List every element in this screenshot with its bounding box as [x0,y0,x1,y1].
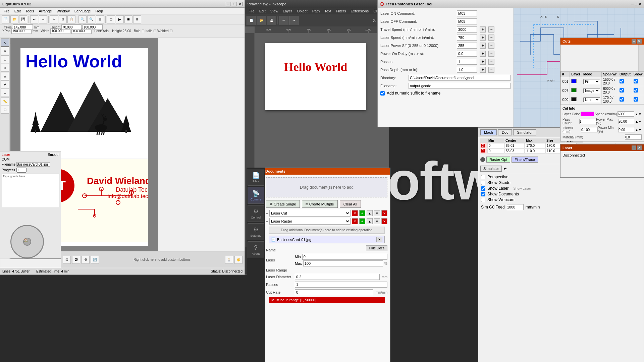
menu-edit[interactable]: Edit [12,9,23,13]
op2-close[interactable]: ✕ [381,218,387,224]
tool-zoom-fit[interactable]: ⊞ [96,15,104,23]
pass-depth-minus[interactable]: − [488,67,494,73]
tech-close[interactable]: ✕ [639,2,642,6]
op2-down[interactable]: ▼ [374,218,380,224]
ink-menu-file[interactable]: File [247,9,257,13]
show-c00[interactable] [634,97,638,102]
laser-max-input[interactable] [303,260,383,266]
hide-docs-button[interactable]: Hide Docs [366,245,387,251]
ink-tb-5[interactable]: ↪ [289,16,299,25]
drag-drop-area[interactable]: Drag document(s) here to add [266,177,387,197]
laser-power-minus[interactable]: − [488,43,494,49]
laser-power-plus[interactable]: + [480,43,486,49]
travel-speed-input[interactable] [457,26,477,33]
output-c01[interactable] [620,79,624,83]
menu-language[interactable]: Language [72,9,93,13]
height-input2[interactable] [83,24,103,30]
output-c00[interactable] [620,97,624,102]
ink-tb-2[interactable]: 📂 [257,16,266,25]
directory-input[interactable] [409,75,511,81]
interval-input[interactable] [581,127,598,132]
ink-tb-4[interactable]: ↩ [279,16,288,25]
simulator-button[interactable]: Simulator [480,166,502,172]
plugin-icon-settings[interactable]: ⚙ Settings [248,223,264,240]
tool-pause[interactable]: ⏸ [133,15,141,23]
op2-up[interactable]: ▲ [367,218,373,224]
tool-measure[interactable]: 📏 [1,97,9,105]
tool-trace[interactable]: ⊡ [1,106,9,114]
tool-frame[interactable]: ⊡ [107,15,115,23]
show-documents-checkbox[interactable] [481,192,485,196]
material-input[interactable] [625,134,642,140]
create-single-button[interactable]: ⧉ Create Single [266,200,300,208]
clear-all-button[interactable]: Clear All [340,200,361,208]
tool-pencil[interactable]: ✏ [1,47,9,55]
show-c07[interactable] [634,88,638,93]
laser-power-input[interactable] [457,43,477,49]
op1-down[interactable]: ▼ [374,210,380,216]
bottom-hand-btn[interactable]: 🖐 [234,256,243,264]
laser-diameter-input[interactable] [295,274,380,280]
tool-open[interactable]: 📂 [10,15,18,23]
tool-rect[interactable]: □ [1,55,9,63]
bottom-btn4[interactable]: 🔄 [91,256,99,264]
laser-speed-minus[interactable]: − [488,35,494,41]
op1-delete[interactable]: ✕ [352,210,358,216]
power-max-input[interactable] [618,119,635,124]
tool-zoom-out[interactable]: 🔍 [87,15,95,23]
tool-cut[interactable]: ✂ [50,15,58,23]
op1-close[interactable]: ✕ [381,210,387,216]
tool-copy[interactable]: ⧉ [59,15,67,23]
power-delay-minus[interactable]: − [488,51,494,57]
laser-raster-dropdown[interactable]: Laser Raster [269,218,351,225]
ink-tb-1[interactable]: 📄 [247,16,256,25]
mode-select-c07[interactable]: Image [583,88,600,93]
bottom-btn2[interactable]: 🖼 [72,256,80,264]
tool-new[interactable]: 📄 [2,15,10,23]
tech-maximize[interactable]: □ [635,2,637,6]
create-multiple-button[interactable]: ⧈ Create Multiple [302,200,338,208]
op1-up[interactable]: ▲ [367,210,373,216]
bottom-walk-btn[interactable]: 🚶 [225,256,233,264]
menu-window[interactable]: Window [55,9,72,13]
cuts-close[interactable]: ✕ [637,39,642,44]
layer-color-swatch[interactable] [581,112,594,116]
laser-off-input[interactable] [457,18,477,24]
close-button[interactable]: ✕ [238,2,243,6]
bottom-btn1[interactable]: ⊡ [63,256,71,264]
tool-circle[interactable]: ○ [1,64,9,72]
tool-undo[interactable]: ↩ [30,15,38,23]
op-settings-icon[interactable] [480,157,485,162]
tool-select[interactable]: ↖ [1,39,9,47]
op2-delete[interactable]: ✕ [352,218,358,224]
cut-rate-input[interactable] [295,289,373,295]
tech-minimize[interactable]: ─ [631,2,634,6]
menu-help[interactable]: Help [94,9,105,13]
passes-tech-input[interactable] [457,59,477,65]
tool-redo[interactable]: ↪ [39,15,47,23]
perspective-checkbox[interactable] [481,175,485,179]
minimize-button[interactable]: ─ [226,2,230,6]
power-delay-input[interactable] [457,51,477,57]
laser-speed-plus[interactable]: + [480,35,486,41]
show-gcode-checkbox[interactable] [481,181,485,185]
menu-tools[interactable]: Tools [23,9,36,13]
menu-arrange[interactable]: Arrange [37,9,54,13]
laser-on-input[interactable] [457,10,477,16]
cuts-scrollbar[interactable] [638,45,644,71]
ink-menu-filters[interactable]: Filters [334,9,348,13]
op2-add[interactable]: + [359,218,365,224]
pass-count-input[interactable] [579,119,596,124]
output-c07[interactable] [620,88,624,93]
ink-menu-path[interactable]: Path [310,9,322,13]
ypos-input[interactable] [13,24,33,30]
sim-go-feed-input[interactable] [507,204,524,210]
ink-menu-extensions[interactable]: Extensions [348,9,371,13]
ink-menu-text[interactable]: Text [322,9,333,13]
joystick-circle[interactable]: 🏠 [10,225,44,258]
layer-color-c01[interactable] [571,79,577,83]
numeric-suffix-checkbox[interactable] [380,91,385,96]
plugin-icon-control[interactable]: ⚙ Control [248,205,264,222]
raster-opt-button[interactable]: Raster Opt [486,157,510,163]
filename-input[interactable] [16,162,50,167]
